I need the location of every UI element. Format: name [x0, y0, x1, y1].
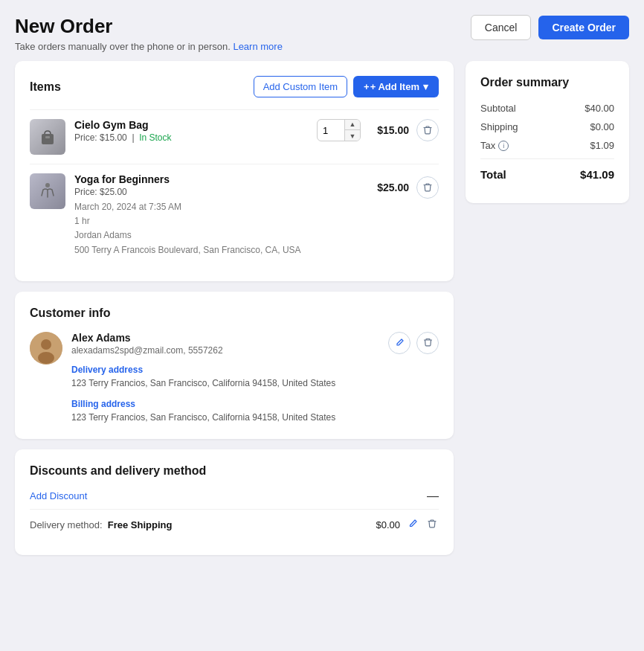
item-location: 500 Terry A Francois Boulevard, San Fran…	[74, 243, 359, 257]
left-column: Items Add Custom Item + + Add Item ▾	[15, 61, 454, 555]
quantity-field[interactable]	[318, 125, 344, 136]
add-discount-link[interactable]: Add Discount	[30, 490, 87, 501]
item-name: Cielo Gym Bag	[74, 119, 308, 131]
billing-address-text: 123 Terry Francios, San Francisco, Calif…	[71, 411, 379, 424]
item-row: Cielo Gym Bag Price: $15.00 | In Stock ▲…	[30, 109, 439, 164]
trash-icon	[422, 125, 433, 135]
items-card-header: Items Add Custom Item + + Add Item ▾	[30, 76, 439, 97]
add-item-button[interactable]: + + Add Item ▾	[353, 76, 439, 97]
total-value: $41.09	[580, 168, 614, 181]
remove-item-button[interactable]	[416, 119, 439, 141]
qty-down-button[interactable]: ▼	[345, 130, 360, 141]
tax-label: Tax i	[480, 140, 509, 151]
qty-up-button[interactable]: ▲	[345, 119, 360, 130]
trash-icon	[422, 182, 433, 193]
edit-icon	[408, 519, 418, 529]
customer-title: Customer info	[30, 307, 110, 320]
item-info: Cielo Gym Bag Price: $15.00 | In Stock	[74, 119, 308, 143]
subtotal-label: Subtotal	[480, 103, 516, 114]
item-price: Price: $25.00	[74, 187, 359, 197]
delivery-address-label: Delivery address	[71, 365, 379, 375]
tax-row: Tax i $1.09	[480, 140, 614, 151]
item-thumbnail	[30, 119, 65, 155]
delivery-address-section: Delivery address 123 Terry Francios, San…	[71, 365, 379, 390]
customer-card-header: Customer info	[30, 307, 439, 320]
item-controls: $25.00	[368, 176, 439, 199]
delivery-address-text: 123 Terry Francios, San Francisco, Calif…	[71, 376, 379, 390]
subtotal-value: $40.00	[585, 103, 614, 114]
customer-info-card: Customer info Alex Adams alexadams2spd@z…	[15, 292, 454, 439]
billing-address-label: Billing address	[71, 399, 379, 409]
avatar-image	[30, 332, 62, 365]
discount-section-row: Add Discount —	[30, 490, 439, 509]
item-thumbnail	[30, 173, 65, 209]
shipping-row: Shipping $0.00	[480, 121, 614, 132]
minus-icon: —	[427, 490, 439, 503]
qty-arrows: ▲ ▼	[344, 119, 360, 141]
total-label: Total	[480, 168, 506, 181]
create-order-button[interactable]: Create Order	[538, 16, 629, 39]
billing-address-section: Billing address 123 Terry Francios, San …	[71, 399, 379, 424]
discounts-title: Discounts and delivery method	[30, 464, 206, 478]
delivery-label: Delivery method: Free Shipping	[30, 519, 172, 530]
item-date: March 20, 2024 at 7:35 AM	[74, 200, 359, 214]
cancel-button[interactable]: Cancel	[471, 15, 532, 40]
items-title: Items	[30, 80, 61, 94]
remove-delivery-button[interactable]	[425, 517, 439, 533]
page-header: New Order Take orders manually over the …	[15, 15, 629, 52]
svg-rect-1	[45, 136, 50, 138]
shipping-value: $0.00	[590, 121, 614, 132]
plus-icon: +	[364, 81, 370, 92]
tax-info-icon[interactable]: i	[498, 141, 509, 151]
svg-point-4	[41, 339, 51, 350]
item-duration: 1 hr	[74, 214, 359, 228]
title-block: New Order Take orders manually over the …	[15, 15, 283, 52]
add-custom-item-button[interactable]: Add Custom Item	[254, 76, 347, 97]
svg-point-2	[45, 183, 50, 187]
svg-point-5	[38, 352, 54, 364]
discounts-card-header: Discounts and delivery method	[30, 464, 439, 478]
subtitle: Take orders manually over the phone or i…	[15, 41, 283, 52]
item-controls: ▲ ▼ $15.00	[317, 119, 439, 141]
learn-more-link[interactable]: Learn more	[233, 41, 282, 52]
items-actions: Add Custom Item + + Add Item ▾	[254, 76, 439, 97]
edit-customer-button[interactable]	[388, 332, 410, 354]
remove-item-button[interactable]	[416, 176, 439, 199]
items-card: Items Add Custom Item + + Add Item ▾	[15, 61, 454, 281]
tax-value: $1.09	[590, 140, 614, 151]
order-summary-title: Order summary	[480, 76, 614, 89]
customer-name: Alex Adams	[71, 332, 379, 344]
yoga-icon	[36, 179, 59, 203]
delivery-price: $0.00	[376, 519, 400, 530]
subtotal-row: Subtotal $40.00	[480, 103, 614, 114]
customer-contact: alexadams2spd@zmail.com, 5557262	[71, 345, 379, 356]
discounts-card: Discounts and delivery method Add Discou…	[15, 449, 454, 555]
right-column: Order summary Subtotal $40.00 Shipping $…	[466, 61, 629, 203]
in-stock-badge: In Stock	[139, 132, 171, 143]
item-price-stock: Price: $15.00 | In Stock	[74, 132, 308, 143]
page-title: New Order	[15, 15, 283, 38]
delivery-row: Delivery method: Free Shipping $0.00	[30, 509, 439, 540]
delivery-actions: $0.00	[376, 517, 439, 533]
customer-row: Alex Adams alexadams2spd@zmail.com, 5557…	[30, 332, 439, 424]
trash-icon	[427, 519, 437, 529]
item-meta: March 20, 2024 at 7:35 AM 1 hr Jordan Ad…	[74, 200, 359, 257]
order-summary-card: Order summary Subtotal $40.00 Shipping $…	[466, 61, 629, 203]
remove-customer-button[interactable]	[416, 332, 439, 354]
item-info: Yoga for Beginners Price: $25.00 March 2…	[74, 173, 359, 257]
dropdown-arrow-icon: ▾	[423, 81, 428, 92]
quantity-input[interactable]: ▲ ▼	[317, 119, 361, 141]
customer-details: Alex Adams alexadams2spd@zmail.com, 5557…	[71, 332, 379, 424]
customer-actions	[388, 332, 439, 354]
item-instructor: Jordan Adams	[74, 228, 359, 243]
customer-avatar	[30, 332, 62, 365]
item-row: Yoga for Beginners Price: $25.00 March 2…	[30, 164, 439, 266]
bag-icon	[36, 125, 59, 149]
svg-rect-0	[42, 134, 54, 144]
shipping-label: Shipping	[480, 121, 518, 132]
main-layout: Items Add Custom Item + + Add Item ▾	[15, 61, 629, 555]
item-total: $15.00	[368, 124, 409, 136]
edit-icon	[395, 338, 405, 347]
edit-delivery-button[interactable]	[406, 517, 419, 533]
delivery-method: Free Shipping	[108, 519, 173, 530]
